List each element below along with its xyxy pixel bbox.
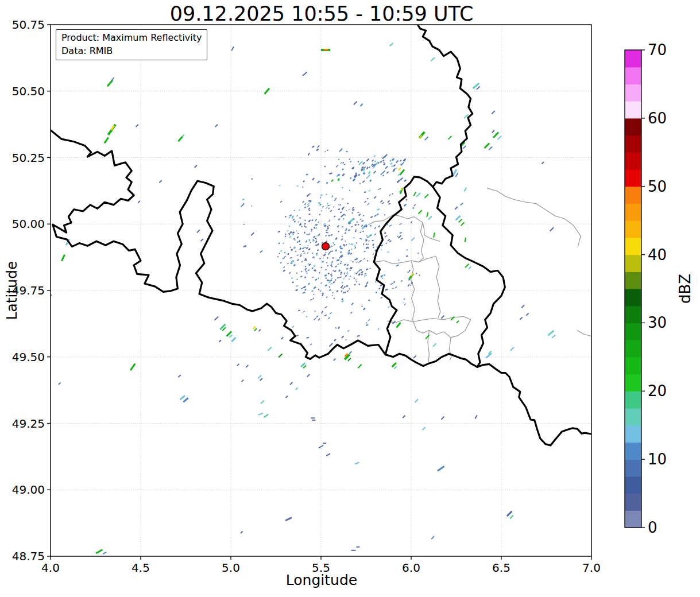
echo-streak: [339, 148, 342, 152]
speckle-dot: [362, 180, 365, 183]
clutter-dot: [284, 252, 285, 253]
echo-streak: [380, 200, 383, 203]
clutter-dot: [308, 233, 310, 235]
echo-streak: [311, 417, 315, 418]
clutter-dot: [382, 278, 384, 280]
clutter-dot: [283, 269, 285, 272]
y-tick-label: 49.25: [12, 417, 45, 431]
clutter-dot: [346, 151, 348, 153]
speckle-dot: [373, 155, 376, 157]
echo-streak: [341, 214, 345, 218]
speckle-dot: [368, 175, 371, 178]
clutter-dot: [330, 283, 332, 285]
clutter-dot: [347, 330, 350, 332]
speckle-dot: [350, 161, 351, 162]
echo-streak: [453, 169, 458, 175]
clutter-dot: [308, 214, 311, 215]
clutter-dot: [372, 243, 374, 246]
clutter-dot: [242, 199, 245, 201]
axis-tick-labels: 4.04.55.05.56.06.57.048.7549.0049.2549.5…: [12, 18, 601, 575]
clutter-dot: [357, 271, 359, 273]
clutter-dot: [280, 201, 283, 203]
echo-streak: [550, 227, 554, 232]
speckle-dot: [382, 175, 384, 176]
clutter-dot: [380, 297, 382, 298]
clutter-dot: [374, 227, 377, 229]
clutter-dot: [355, 279, 357, 280]
echo-streak: [258, 413, 263, 416]
echo-streak: [194, 165, 198, 168]
speckle-dot: [372, 160, 374, 162]
clutter-dot: [356, 281, 358, 282]
clutter-dot: [310, 242, 311, 243]
clutter-dot: [279, 185, 281, 187]
clutter-dot: [408, 270, 410, 272]
echo-streak: [358, 364, 362, 369]
clutter-dot: [346, 268, 349, 270]
echo-streak: [258, 375, 262, 379]
clutter-dot: [354, 245, 355, 247]
clutter-dot: [367, 260, 369, 262]
clutter-dot: [305, 271, 307, 272]
clutter-dot: [350, 253, 352, 255]
echo-streak: [268, 347, 272, 351]
echo-streak: [130, 363, 136, 371]
clutter-dot: [310, 299, 312, 301]
clutter-dot: [292, 325, 295, 328]
clutter-dot: [340, 211, 342, 213]
clutter-dot: [344, 286, 346, 288]
colorbar-tick-label: 70: [648, 41, 667, 59]
clutter-dot: [241, 204, 243, 207]
clutter-dot: [357, 335, 359, 337]
clutter-dot: [311, 228, 313, 231]
echo-streak: [396, 322, 401, 328]
clutter-dot: [333, 206, 335, 208]
echo-streak: [329, 343, 333, 347]
clutter-dot: [405, 199, 407, 200]
clutter-dot: [283, 243, 284, 244]
echo-streak: [358, 161, 363, 165]
clutter-dot: [334, 297, 335, 299]
clutter-dot: [362, 230, 364, 232]
clutter-dot: [412, 207, 414, 209]
clutter-dot: [303, 180, 305, 183]
clutter-dot: [289, 247, 291, 248]
clutter-dot: [306, 337, 309, 339]
clutter-dot: [328, 208, 330, 210]
clutter-dot: [389, 224, 392, 227]
clutter-dot: [304, 231, 305, 234]
echo-streak: [521, 305, 525, 308]
clutter-dot: [330, 312, 332, 315]
echo-streak: [448, 135, 452, 139]
clutter-dot: [260, 250, 262, 253]
clutter-dot: [299, 217, 301, 219]
colorbar-swatch: [625, 101, 641, 118]
clutter-dot: [351, 303, 354, 305]
clutter-dot: [338, 326, 340, 329]
colorbar-swatch: [625, 255, 641, 272]
colorbar-swatch: [625, 203, 641, 220]
radar-figure: 09.12.2025 10:55 - 10:59 UTC 4.04.55.05.…: [0, 0, 700, 597]
clutter-dot: [316, 235, 318, 237]
clutter-dot: [396, 265, 399, 267]
speckle-dot: [367, 166, 369, 168]
clutter-dot: [297, 232, 299, 234]
clutter-dot: [399, 232, 402, 234]
echo-streak: [231, 337, 236, 342]
echo-streak: [254, 328, 257, 331]
clutter-dot: [354, 284, 355, 285]
clutter-dot: [328, 286, 330, 288]
echo-streak: [394, 366, 397, 369]
clutter-dot: [322, 261, 324, 263]
echo-streak: [181, 134, 184, 137]
clutter-dot: [365, 285, 368, 287]
clutter-dot: [331, 263, 332, 265]
clutter-dot: [289, 226, 290, 227]
clutter-dot: [369, 189, 371, 191]
echo-streak: [360, 103, 363, 107]
echo-streak: [240, 531, 243, 534]
clutter-dot: [363, 215, 365, 216]
clutter-dot: [308, 208, 310, 210]
clutter-dot: [285, 234, 287, 235]
clutter-dot: [375, 281, 376, 282]
